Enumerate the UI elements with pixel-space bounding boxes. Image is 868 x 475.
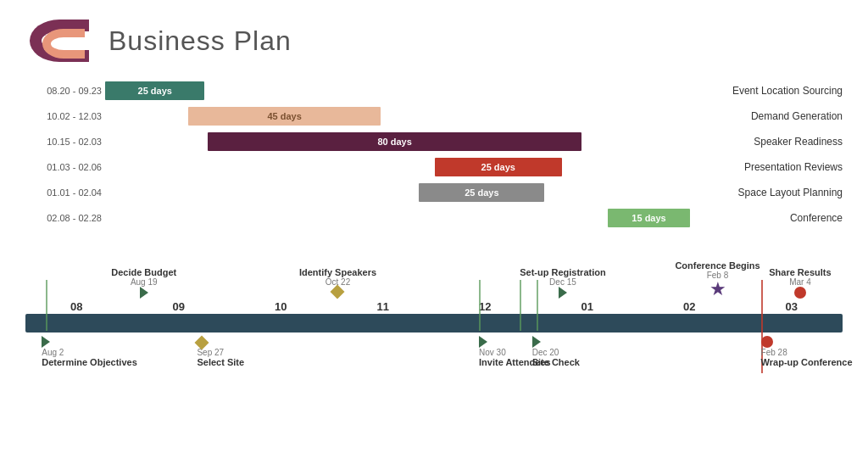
dot-red-icon <box>761 336 773 348</box>
gantt-date-label: 01.03 - 02.06 <box>25 162 102 172</box>
page-title: Business Plan <box>108 25 292 57</box>
bar-label: 45 days <box>267 111 301 121</box>
gantt-chart: 08.20 - 09.23 25 days Event Location Sou… <box>0 79 868 230</box>
bar-label: 25 days <box>481 162 515 172</box>
month-label: 03 <box>741 300 843 313</box>
gantt-date-label: 10.15 - 02.03 <box>25 137 102 147</box>
month-label: 11 <box>332 300 435 313</box>
milestone-above: Decide Budget Aug 19 <box>111 267 176 300</box>
logo-arc2 <box>42 29 85 59</box>
gantt-row: 10.02 - 12.03 45 days Demand Generation <box>25 104 843 128</box>
dot-icon <box>794 287 806 299</box>
month-labels-row: 0809101112010203 <box>25 300 843 313</box>
task-label: Conference <box>790 212 843 224</box>
milestone-label: Wrap-up Conference <box>761 357 853 367</box>
milestone-above: Share Results Mar 4 <box>769 267 831 300</box>
milestone-label: Set-up Registration <box>520 267 605 277</box>
logo <box>25 15 93 66</box>
header: Business Plan <box>0 0 868 75</box>
task-label: Presentation Reviews <box>744 161 843 173</box>
gantt-date-label: 02.08 - 02.28 <box>25 213 102 223</box>
gantt-date-label: 01.01 - 02.04 <box>25 187 102 198</box>
gantt-bar-container: 25 days <box>105 183 733 202</box>
gantt-bar: 45 days <box>188 107 381 126</box>
milestone-above: Identify Speakers Oct 22 <box>299 267 376 300</box>
gantt-row: 02.08 - 02.28 15 days Conference <box>25 206 843 230</box>
milestone-label: Decide Budget <box>111 267 176 277</box>
task-label: Space Layout Planning <box>738 187 843 198</box>
milestone-arrow-icon <box>140 287 148 299</box>
milestone-below: Dec 20 Site Check <box>532 334 580 367</box>
gantt-row: 08.20 - 09.23 25 days Event Location Sou… <box>25 79 843 103</box>
milestone-date: Dec 20 <box>532 348 559 357</box>
vertical-line-green <box>46 280 47 331</box>
timeline-bar <box>25 314 843 332</box>
vertical-line-green <box>479 280 481 331</box>
milestone-date: Mar 4 <box>789 277 811 287</box>
milestone-below: Sep 27 Select Site <box>197 334 244 367</box>
gantt-bar-container: 25 days <box>105 158 739 176</box>
diamond-icon <box>331 285 345 299</box>
timeline-section: Decide Budget Aug 19 Identify Speakers O… <box>0 237 868 409</box>
month-label: 02 <box>638 300 741 313</box>
milestone-above: Conference Begins Feb 8 ★ <box>675 260 760 300</box>
vertical-line-green <box>537 280 538 331</box>
gantt-bar: 25 days <box>419 183 544 202</box>
gantt-date-label: 08.20 - 09.23 <box>25 86 102 96</box>
milestone-date: Dec 15 <box>549 277 576 287</box>
milestone-date: Aug 2 <box>42 348 64 357</box>
gantt-bar-container: 80 days <box>105 132 748 151</box>
milestone-arrow-icon <box>559 287 567 299</box>
bar-label: 15 days <box>632 213 665 223</box>
gantt-bar: 25 days <box>435 158 562 176</box>
milestone-label: Site Check <box>532 357 580 367</box>
milestone-label: Conference Begins <box>675 260 760 271</box>
gantt-bar-container: 15 days <box>105 209 785 227</box>
month-label: 08 <box>25 300 128 313</box>
vertical-line-green <box>520 280 521 331</box>
task-label: Event Location Sourcing <box>732 85 843 97</box>
task-label: Speaker Readiness <box>754 136 843 148</box>
gantt-bar: 25 days <box>105 81 204 100</box>
milestone-arrow-icon <box>479 336 487 348</box>
gantt-bar: 15 days <box>608 209 689 227</box>
task-label: Demand Generation <box>751 110 843 122</box>
gantt-date-label: 10.02 - 12.03 <box>25 111 102 121</box>
milestone-date: Aug 19 <box>131 277 158 287</box>
gantt-row: 01.03 - 02.06 25 days Presentation Revie… <box>25 155 843 179</box>
bar-label: 25 days <box>465 187 498 198</box>
month-label: 10 <box>230 300 332 313</box>
milestone-label: Share Results <box>769 267 831 277</box>
gantt-row: 01.01 - 02.04 25 days Space Layout Plann… <box>25 181 843 204</box>
month-label: 01 <box>537 300 639 313</box>
gantt-bar-container: 45 days <box>105 107 746 126</box>
gantt-bar: 80 days <box>208 132 581 151</box>
star-icon: ★ <box>709 280 726 299</box>
bar-label: 80 days <box>377 137 411 147</box>
milestone-arrow-icon <box>532 336 541 348</box>
milestone-below: Aug 2 Determine Objectives <box>42 334 137 367</box>
milestone-label: Determine Objectives <box>42 357 137 367</box>
milestone-date: Feb 28 <box>761 348 787 357</box>
milestone-below: Feb 28 Wrap-up Conference <box>761 334 853 367</box>
milestone-arrow-icon <box>42 336 50 348</box>
milestone-above: Set-up Registration Dec 15 <box>520 267 605 300</box>
bar-label: 25 days <box>138 86 172 96</box>
milestone-label: Select Site <box>197 357 244 367</box>
gantt-bar-container: 25 days <box>105 81 727 100</box>
month-label: 09 <box>128 300 231 313</box>
milestone-date: Nov 30 <box>479 348 506 357</box>
gantt-row: 10.15 - 02.03 80 days Speaker Readiness <box>25 130 843 154</box>
milestone-label: Identify Speakers <box>299 267 376 277</box>
milestones-above: Decide Budget Aug 19 Identify Speakers O… <box>25 237 843 300</box>
milestones-below: Aug 2 Determine Objectives Sep 27 Select… <box>25 332 843 409</box>
